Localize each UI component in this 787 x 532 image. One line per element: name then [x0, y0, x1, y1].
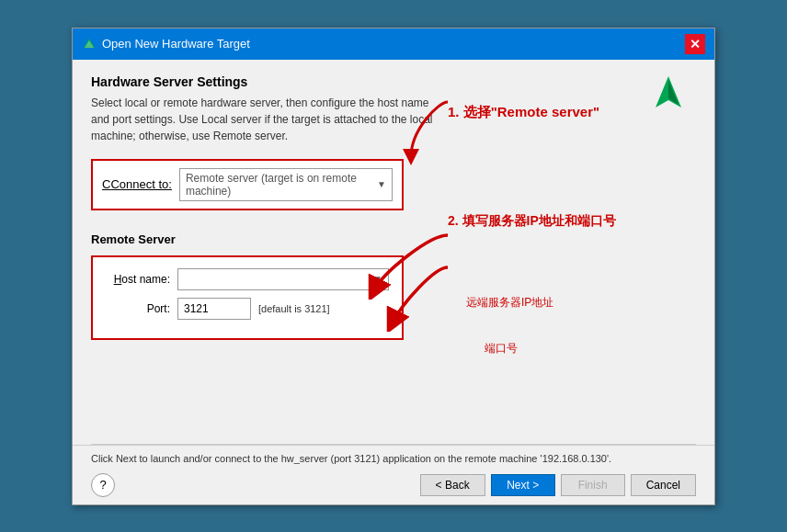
- remote-server-box: Host name: ▼ Port: 3121 [default is 3121…: [91, 255, 404, 340]
- back-button[interactable]: < Back: [420, 474, 485, 496]
- port-label: Port:: [106, 302, 170, 315]
- port-value: 3121: [184, 302, 209, 315]
- connect-to-row: CConnect to: Remote server (target is on…: [91, 159, 404, 210]
- hostname-row: Host name: ▼: [106, 268, 389, 290]
- hostname-label: Host name:: [106, 273, 170, 286]
- title-bar-left: Open New Hardware Target: [82, 37, 250, 51]
- bottom-bar: Click Next to launch and/or connect to t…: [73, 445, 714, 504]
- cancel-button[interactable]: Cancel: [631, 474, 696, 496]
- annotation-ip: 远端服务器IP地址: [466, 295, 553, 311]
- button-row: ? < Back Next > Finish Cancel: [91, 473, 696, 497]
- port-default-text: [default is 3121]: [258, 303, 330, 314]
- help-button[interactable]: ?: [91, 473, 115, 497]
- arrow-3-svg: [383, 258, 457, 332]
- finish-button[interactable]: Finish: [561, 474, 625, 496]
- connect-to-value: Remote server (target is on remote machi…: [186, 172, 377, 198]
- arrow-1-svg: [402, 93, 457, 166]
- side-annotations: 1. 选择"Remote server" 2. 填写服务器IP地址和端口号: [439, 74, 696, 429]
- dialog-body: Hardware Server Settings Select local or…: [73, 60, 714, 444]
- port-row: Port: 3121 [default is 3121]: [106, 298, 389, 320]
- section-description: Select local or remote hardware server, …: [91, 95, 439, 144]
- connect-to-select[interactable]: Remote server (target is on remote machi…: [179, 168, 393, 201]
- app-icon: [82, 37, 97, 51]
- connect-to-label: CConnect to:: [102, 177, 172, 191]
- annotation-port: 端口号: [485, 341, 518, 357]
- section-title: Hardware Server Settings: [91, 74, 439, 89]
- annotation-step1: 1. 选择"Remote server": [448, 104, 659, 121]
- annotation-step2: 2. 填写服务器IP地址和端口号: [448, 212, 659, 231]
- port-input[interactable]: 3121: [177, 298, 251, 320]
- nav-buttons: < Back Next > Finish Cancel: [420, 474, 696, 496]
- dialog-title: Open New Hardware Target: [102, 37, 250, 51]
- connect-to-dropdown-arrow: ▼: [377, 179, 386, 189]
- title-bar: Open New Hardware Target ✕: [73, 28, 714, 60]
- next-button[interactable]: Next >: [491, 474, 555, 496]
- close-button[interactable]: ✕: [685, 34, 705, 54]
- hostname-input[interactable]: ▼: [177, 268, 389, 290]
- status-text: Click Next to launch and/or connect to t…: [91, 453, 696, 464]
- dialog-window: Open New Hardware Target ✕ Hardware Serv…: [72, 28, 715, 505]
